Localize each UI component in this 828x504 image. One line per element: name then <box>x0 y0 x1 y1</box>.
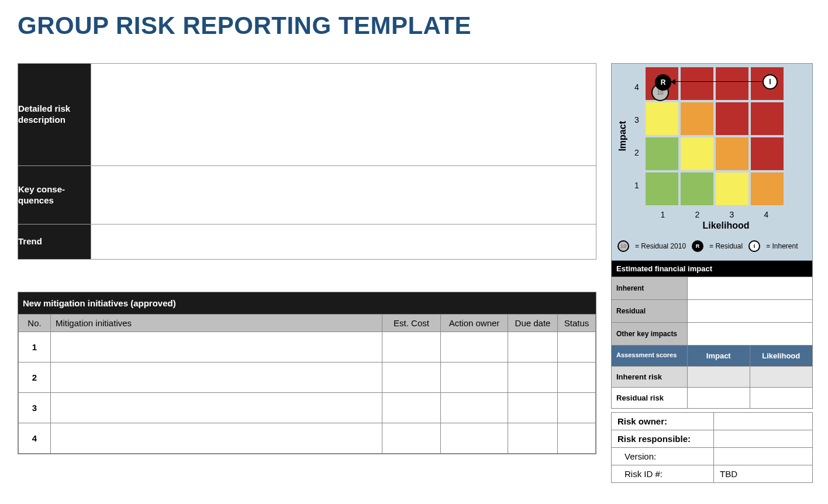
financial-header: Estimated financial impact <box>612 261 812 277</box>
heatmap-ylabel: Impact <box>617 121 628 151</box>
heatmap-xlabel: Likelihood <box>646 220 806 231</box>
cell-due[interactable] <box>508 363 558 393</box>
desc-value-detailed[interactable] <box>91 64 596 166</box>
cell-initiative[interactable] <box>51 332 382 363</box>
desc-value-consequences[interactable] <box>91 166 596 225</box>
assessment-header-likelihood: Likelihood <box>750 346 813 366</box>
version-label: Version: <box>612 448 714 465</box>
financial-other-value[interactable] <box>688 323 812 345</box>
cell-status[interactable] <box>558 423 596 454</box>
heatmap-legend: 10 = Residual 2010 R = Residual I = Inhe… <box>617 240 806 252</box>
version-value[interactable] <box>714 448 813 465</box>
legend-marker-inherent-icon: I <box>748 240 760 252</box>
risk-owner-value[interactable] <box>714 413 813 430</box>
assessment-residual-likelihood[interactable] <box>750 388 813 408</box>
risk-responsible-value[interactable] <box>714 430 813 448</box>
riskid-label: Risk ID #: <box>612 465 714 483</box>
cell-owner[interactable] <box>441 423 508 454</box>
assessment-inherent-likelihood[interactable] <box>750 367 813 387</box>
marker-inherent: I <box>763 74 778 89</box>
cell-no: 4 <box>19 423 51 454</box>
cell-initiative[interactable] <box>51 423 382 454</box>
legend-marker-residual-icon: R <box>692 240 703 252</box>
desc-label-trend: Trend <box>18 225 91 260</box>
page-title: GROUP RISK REPORTING TEMPLATE <box>18 12 810 40</box>
desc-label-detailed: Detailed risk description <box>18 64 91 166</box>
legend-marker-prev-icon: 10 <box>617 240 629 252</box>
cell-status[interactable] <box>558 363 596 393</box>
cell-cost[interactable] <box>382 393 441 423</box>
legend-prev-label: = Residual 2010 <box>635 242 686 250</box>
assessment-residual-label: Residual risk <box>612 388 688 408</box>
cell-owner[interactable] <box>441 363 508 393</box>
financial-residual-label: Residual <box>612 300 688 322</box>
assessment-header-impact: Impact <box>688 346 750 366</box>
col-no: No. <box>19 315 51 332</box>
table-row: 4 <box>19 423 596 454</box>
financial-panel: Estimated financial impact Inherent Resi… <box>611 261 813 409</box>
meta-table: Risk owner: Risk responsible: Version: R… <box>611 412 813 483</box>
description-table: Detailed risk description Key conse- que… <box>18 63 596 260</box>
col-owner: Action owner <box>441 315 508 332</box>
financial-residual-value[interactable] <box>688 300 812 322</box>
cell-status[interactable] <box>558 332 596 363</box>
table-row: 2 <box>19 363 596 393</box>
assessment-inherent-label: Inherent risk <box>612 367 688 387</box>
col-due: Due date <box>508 315 558 332</box>
financial-other-label: Other key impacts <box>612 323 688 345</box>
desc-label-consequences: Key conse- quences <box>18 166 91 225</box>
heatmap-panel: Impact 1 2 3 4 10 R <box>611 63 813 261</box>
col-cost: Est. Cost <box>382 315 441 332</box>
assessment-header-title: Assessment scores <box>612 346 688 366</box>
col-status: Status <box>558 315 596 332</box>
risk-responsible-label: Risk responsible: <box>612 430 714 448</box>
legend-inherent-label: = Inherent <box>766 242 798 250</box>
cell-due[interactable] <box>508 393 558 423</box>
mitigation-table: No. Mitigation initiatives Est. Cost Act… <box>18 315 596 454</box>
marker-residual: R <box>655 74 671 91</box>
cell-due[interactable] <box>508 332 558 363</box>
cell-cost[interactable] <box>382 332 441 363</box>
cell-initiative[interactable] <box>51 363 382 393</box>
heatmap-grid: 10 R I <box>646 67 784 205</box>
cell-owner[interactable] <box>441 332 508 363</box>
cell-no: 1 <box>19 332 51 363</box>
cell-no: 2 <box>19 363 51 393</box>
legend-residual-label: = Residual <box>709 242 743 250</box>
col-initiatives: Mitigation initiatives <box>51 315 382 332</box>
cell-initiative[interactable] <box>51 393 382 423</box>
cell-status[interactable] <box>558 393 596 423</box>
risk-owner-label: Risk owner: <box>612 413 714 430</box>
table-row: 3 <box>19 393 596 423</box>
cell-cost[interactable] <box>382 363 441 393</box>
mitigation-section: New mitigation initiatives (approved) No… <box>18 292 596 454</box>
cell-owner[interactable] <box>441 393 508 423</box>
cell-due[interactable] <box>508 423 558 454</box>
heatmap-yticks: 1 2 3 4 <box>632 71 642 202</box>
riskid-value[interactable]: TBD <box>714 465 813 483</box>
assessment-residual-impact[interactable] <box>688 388 750 408</box>
cell-cost[interactable] <box>382 423 441 454</box>
heatmap-xticks: 1 2 3 4 <box>646 210 784 219</box>
mitigation-header: New mitigation initiatives (approved) <box>18 292 596 315</box>
table-row: 1 <box>19 332 596 363</box>
cell-no: 3 <box>19 393 51 423</box>
financial-inherent-label: Inherent <box>612 277 688 299</box>
desc-value-trend[interactable] <box>91 225 596 260</box>
financial-inherent-value[interactable] <box>688 277 812 299</box>
arrow-inherent-to-residual <box>671 81 764 82</box>
assessment-inherent-impact[interactable] <box>688 367 750 387</box>
